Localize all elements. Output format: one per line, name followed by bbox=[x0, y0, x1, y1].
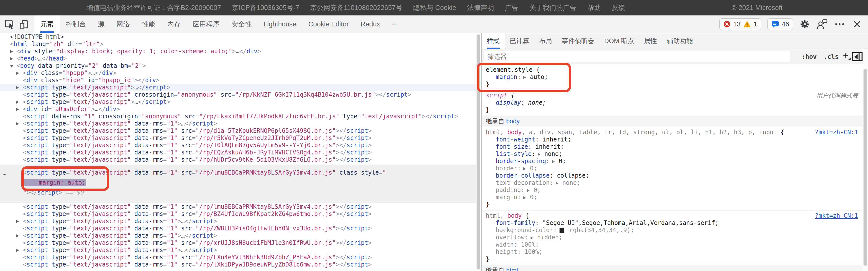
dom-row[interactable]: <head>…</head> bbox=[0, 55, 476, 62]
stylesheet-source-link[interactable]: ?mkt=zh-CN:1 bbox=[815, 212, 858, 219]
dom-row[interactable]: <!DOCTYPE html> bbox=[0, 33, 476, 40]
more-options-icon[interactable] bbox=[834, 19, 845, 30]
toggle-element-state-button[interactable]: :hov bbox=[802, 53, 817, 60]
styles-tab-properties[interactable]: 属性 bbox=[639, 33, 662, 49]
dom-row[interactable]: <script type="text/javascript" data-rms=… bbox=[0, 149, 476, 156]
footer-link[interactable]: 反馈 bbox=[612, 3, 625, 12]
footer-link[interactable]: 隐私与 Cookie bbox=[413, 3, 456, 12]
footer-link[interactable]: 关于我们的广告 bbox=[529, 3, 576, 12]
expand-arrow-icon[interactable] bbox=[16, 100, 19, 104]
dom-row[interactable]: <script type="text/javascript" data-rms=… bbox=[0, 120, 476, 127]
css-property[interactable]: height: 100%; bbox=[486, 248, 859, 255]
expand-arrow-icon[interactable] bbox=[10, 57, 13, 61]
styles-tab-dom-breakpoints[interactable]: DOM 断点 bbox=[599, 33, 639, 49]
dom-row[interactable]: …<script type="text/javascript" data-rms… bbox=[0, 165, 476, 178]
dom-row[interactable]: <script type="text/javascript" data-rms=… bbox=[0, 156, 476, 163]
rule-selector[interactable]: html, body { bbox=[486, 212, 859, 219]
css-property[interactable]: padding: 0; bbox=[486, 186, 859, 194]
collapse-arrow-icon[interactable] bbox=[10, 65, 13, 68]
expand-arrow-icon[interactable] bbox=[16, 86, 19, 89]
rule-selector[interactable]: script { bbox=[486, 92, 859, 99]
dom-row[interactable]: <script type="text/javascript" data-rms=… bbox=[0, 247, 476, 254]
css-property[interactable]: text-decoration: none; bbox=[486, 179, 859, 186]
dom-row[interactable]: <script type="text/javascript" data-rms=… bbox=[0, 261, 476, 268]
settings-gear-icon[interactable] bbox=[799, 19, 810, 30]
tab-application[interactable]: 应用程序 bbox=[187, 16, 225, 33]
send-feedback-icon[interactable] bbox=[817, 19, 828, 30]
expand-arrow-icon[interactable] bbox=[16, 234, 19, 238]
tab-elements[interactable]: 元素 bbox=[34, 16, 60, 33]
tab-console[interactable]: 控制台 bbox=[60, 16, 92, 33]
inherited-node-link[interactable]: html bbox=[506, 267, 518, 271]
dom-row[interactable]: <div class="hide" id="hpapp_id"></div> bbox=[0, 77, 476, 84]
expand-longhand-icon[interactable] bbox=[523, 168, 526, 170]
dom-row[interactable]: "></script> == $0 bbox=[0, 187, 476, 203]
css-property[interactable]: margin: 0; bbox=[486, 194, 859, 201]
expand-longhand-icon[interactable] bbox=[523, 76, 526, 79]
tab-security[interactable]: 安全性 bbox=[225, 16, 257, 33]
styles-tab-event-listeners[interactable]: 事件侦听器 bbox=[557, 33, 599, 49]
dom-row[interactable]: <script type="text/javascript" crossorig… bbox=[0, 91, 476, 98]
device-toolbar-icon[interactable] bbox=[19, 19, 30, 30]
expand-arrow-icon[interactable] bbox=[16, 108, 19, 111]
rule-selector[interactable]: element.style { bbox=[486, 66, 859, 73]
tab-redux[interactable]: Redux bbox=[354, 16, 386, 33]
stylesheet-source-link[interactable]: ?mkt=zh-CN:1 bbox=[815, 129, 858, 136]
footer-link[interactable]: 帮助 bbox=[587, 3, 601, 12]
rule-selector[interactable]: html, body, a, div, span, table, tr, td,… bbox=[486, 129, 859, 136]
expand-longhand-icon[interactable] bbox=[556, 182, 558, 185]
dom-tree-scrollbar-thumb[interactable] bbox=[476, 34, 480, 270]
css-property[interactable]: background-color: rgba(34,34,34,.9); bbox=[486, 227, 859, 234]
footer-link[interactable]: 京公网安备11010802022657号 bbox=[310, 3, 402, 12]
styles-filter-input[interactable] bbox=[484, 51, 790, 62]
dom-row[interactable]: <script type="text/javascript">…</script… bbox=[0, 98, 476, 106]
expand-arrow-icon[interactable] bbox=[16, 71, 19, 75]
tab-cookie-editor[interactable]: Cookie Editor bbox=[302, 16, 354, 33]
dom-row[interactable]: <script type="text/javascript" data-rms=… bbox=[0, 232, 476, 239]
toggle-element-state-button[interactable]: .cls bbox=[824, 53, 839, 60]
footer-link[interactable]: 增值电信业务经营许可证：合字B2-20090007 bbox=[87, 3, 221, 12]
styles-scrollbar-thumb[interactable] bbox=[864, 69, 867, 266]
dom-row[interactable]: <script type="text/javascript" data-rms=… bbox=[0, 127, 476, 134]
css-property[interactable]: list-style: none; bbox=[486, 150, 859, 158]
css-property[interactable]: width: 100%; bbox=[486, 241, 859, 248]
styles-tab-layout[interactable]: 布局 bbox=[534, 33, 557, 49]
expand-longhand-icon[interactable] bbox=[538, 153, 540, 156]
expand-arrow-icon[interactable] bbox=[16, 122, 19, 125]
css-property[interactable]: border-spacing: 0; bbox=[486, 158, 859, 165]
css-property[interactable]: font-size: inherit; bbox=[486, 143, 859, 150]
expand-longhand-icon[interactable] bbox=[552, 160, 555, 163]
expand-longhand-icon[interactable] bbox=[527, 189, 530, 192]
tab-more-tabs[interactable]: + bbox=[386, 16, 402, 33]
css-property[interactable]: margin: auto; bbox=[486, 73, 859, 81]
footer-link[interactable]: 法律声明 bbox=[467, 3, 494, 12]
dom-row[interactable]: <div id="aRmsDefer">…</div> bbox=[0, 106, 476, 113]
tab-lighthouse[interactable]: Lighthouse bbox=[257, 16, 302, 33]
sidebar-toggle-icon[interactable] bbox=[852, 52, 863, 62]
css-property[interactable]: border-collapse: collapse; bbox=[486, 172, 859, 179]
styles-tab-styles[interactable]: 样式 bbox=[482, 33, 505, 49]
dom-row[interactable]: <script type="text/javascript" data-rms=… bbox=[0, 239, 476, 247]
dom-row[interactable]: <script type="text/javascript" data-rms=… bbox=[0, 254, 476, 261]
console-errors-badge[interactable]: 13 1 bbox=[719, 19, 761, 30]
overflow-menu-icon[interactable]: … bbox=[2, 168, 7, 178]
expand-longhand-icon[interactable] bbox=[523, 196, 526, 199]
tab-network[interactable]: 网络 bbox=[111, 16, 136, 33]
styles-tab-computed[interactable]: 已计算 bbox=[505, 33, 534, 49]
dom-row[interactable]: <script type="text/javascript" data-rms=… bbox=[0, 218, 476, 225]
dom-row[interactable]: <script type="text/javascript" data-rms=… bbox=[0, 203, 476, 210]
dom-row[interactable]: <script type="text/javascript" data-rms=… bbox=[0, 134, 476, 142]
expand-arrow-icon[interactable] bbox=[16, 248, 19, 252]
dom-row[interactable]: <script type="text/javascript" data-rms=… bbox=[0, 210, 476, 218]
css-property[interactable]: border: 0; bbox=[486, 165, 859, 172]
dom-row[interactable]: <script type="text/javascript" data-rms=… bbox=[0, 225, 476, 232]
css-property[interactable]: display: none; bbox=[486, 99, 859, 107]
new-style-rule-button[interactable]: + bbox=[843, 50, 848, 61]
dom-row[interactable]: margin: auto; bbox=[0, 178, 476, 187]
dom-row[interactable]: <script type="text/javascript" data-rms=… bbox=[0, 142, 476, 149]
dom-row[interactable]: <html lang="zh" dir="ltr"> bbox=[0, 40, 476, 48]
dom-row[interactable]: <body data-priority="2" data-bm="2"> bbox=[0, 62, 476, 69]
tab-memory[interactable]: 内存 bbox=[161, 16, 187, 33]
css-property[interactable]: font-weight: inherit; bbox=[486, 136, 859, 143]
inspect-element-icon[interactable] bbox=[4, 19, 16, 30]
